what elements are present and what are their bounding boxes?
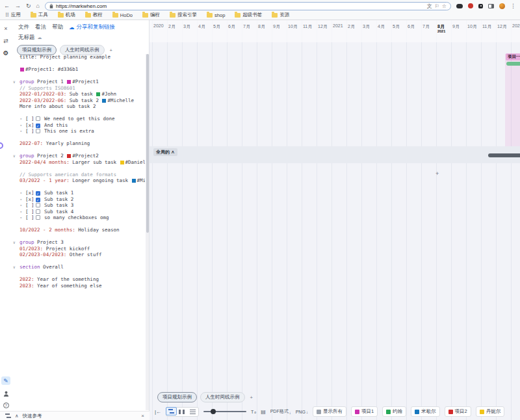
bookmark-item[interactable]: 搜索引擎 — [170, 12, 197, 18]
side-panel-icon[interactable] — [488, 4, 494, 8]
browser-menu-icon[interactable]: ⋮ — [510, 2, 516, 10]
code-editor[interactable]: title: Project planning example#Project1… — [12, 54, 145, 410]
extension-icon-3[interactable] — [478, 4, 483, 8]
code-checkbox[interactable] — [36, 209, 40, 214]
code-checkbox[interactable]: ✓ — [36, 198, 40, 202]
menu-view[interactable]: 看法 — [35, 23, 46, 31]
bookmark-item[interactable]: 超级书签 — [235, 12, 262, 18]
bookmark-item[interactable]: HoDo — [112, 12, 133, 18]
overall-section-label[interactable]: 全局的 ∧ — [153, 148, 177, 156]
list-icon — [190, 410, 196, 414]
legend-chip[interactable]: 米歇尔 — [411, 406, 440, 417]
quick-reference-bar[interactable]: ∧ 快速参考 × — [0, 411, 150, 420]
bookmark-item[interactable]: 资源 — [272, 12, 289, 18]
bookmark-item[interactable]: 工具 — [31, 12, 48, 18]
edit-mode-button[interactable]: ✎ — [1, 376, 10, 385]
code-line: 02/2023-04/2023: Other stuff — [12, 252, 145, 258]
view-timeline-button[interactable] — [166, 407, 177, 415]
month-tick: 9月 — [452, 23, 460, 30]
drag-handle[interactable] — [0, 142, 3, 149]
swap-panels-icon[interactable]: ⇄ — [3, 38, 8, 44]
address-bar[interactable]: https://markwhen.com 文 ⚐ ☆ — [45, 2, 451, 10]
code-line: 2023: Year of something else — [12, 283, 145, 289]
bookmark-item[interactable]: 教程 — [85, 12, 103, 18]
overall-event-bar[interactable] — [488, 153, 520, 157]
share-link-button[interactable]: ☁ 分享和复制链接 — [69, 23, 115, 31]
code-checkbox[interactable] — [36, 215, 40, 220]
share-page-icon[interactable]: ⚐ — [435, 3, 439, 9]
home-icon[interactable]: ⌂ — [36, 2, 40, 10]
legend-chip[interactable]: 丹妮尔 — [476, 406, 505, 417]
document-title-row: 无标题 ☁ — [12, 31, 149, 42]
profile-icon[interactable] — [3, 391, 9, 397]
zoom-slider-knob[interactable] — [211, 409, 216, 414]
fold-caret-icon[interactable]: ∨ — [13, 153, 16, 159]
timeline-pane[interactable]: 20202月3月4月5月6月7月8月9月10月11月12月20212月3月4月5… — [150, 20, 520, 420]
legend-chip[interactable]: 约翰 — [382, 406, 406, 417]
reload-icon[interactable]: ↻ — [26, 2, 31, 10]
url-text[interactable]: https://markwhen.com — [56, 3, 424, 9]
bookmark-star-icon[interactable]: ☆ — [442, 3, 447, 9]
new-tab-button[interactable]: + — [108, 46, 114, 55]
editor-tab-row: 项目规划示例 人生时间线示例 + — [12, 42, 149, 55]
quick-ref-close-icon[interactable]: × — [141, 413, 144, 419]
help-icon[interactable]: ? — [3, 402, 9, 408]
code-line: 03/2022 - 1 year: Longer ongoing task #M… — [12, 177, 145, 184]
profile-avatar[interactable] — [499, 3, 505, 9]
folder-icon — [85, 13, 91, 18]
density-icon[interactable]: ▤ — [261, 409, 266, 415]
legend-color-square — [415, 410, 419, 414]
back-icon[interactable]: ← — [4, 2, 10, 10]
menu-file[interactable]: 文件 — [18, 23, 29, 31]
folder-icon — [112, 13, 118, 18]
download-png-button[interactable]: PNG↓ — [296, 410, 308, 414]
download-pdf-button[interactable]: PDF格式↓ — [270, 408, 291, 415]
timeline-tab-life-timeline[interactable]: 人生时间线示例 — [200, 392, 245, 402]
pencil-icon: ✎ — [3, 378, 8, 384]
zoom-slider[interactable] — [203, 411, 246, 412]
code-line — [12, 221, 145, 228]
timeline-toolbar: |← To ▤ PDF格式↓ PNG↓ 显示所有 项目1约翰米歇尔项目2丹妮尔 — [155, 406, 517, 417]
text-size-button[interactable]: To — [251, 410, 256, 414]
bookmark-item[interactable]: 编程 — [142, 12, 160, 18]
month-tick: 6月 — [408, 23, 415, 30]
code-checkbox[interactable] — [36, 116, 40, 121]
code-checkbox[interactable]: ✓ — [36, 191, 40, 196]
show-all-button[interactable]: 显示所有 — [313, 406, 346, 417]
legend-color-square — [355, 410, 359, 414]
browser-chrome: ← → ↻ ⌂ https://markwhen.com 文 ⚐ ☆ ⋮ ⠿应用… — [0, 0, 520, 20]
timeline-tab-project-planning[interactable]: 项目规划示例 — [157, 392, 197, 402]
gear-icon[interactable]: ⚙ — [3, 50, 9, 57]
code-checkbox[interactable] — [36, 203, 40, 207]
editor-scrollbar[interactable] — [146, 54, 149, 410]
fold-caret-icon[interactable]: ∨ — [13, 264, 16, 270]
code-checkbox[interactable]: ✓ — [36, 124, 40, 128]
view-list-button[interactable] — [187, 408, 198, 416]
code-line: - [ ] Sub task 3 — [12, 202, 145, 209]
legend-chip[interactable]: 项目2 — [445, 406, 471, 417]
fold-caret-icon[interactable]: ∨ — [13, 239, 16, 246]
legend-color-square — [448, 410, 453, 414]
bookmark-item[interactable]: ⠿应用 — [5, 12, 21, 18]
fold-caret-icon[interactable]: ∨ — [13, 79, 16, 85]
editor-scrollbar-thumb[interactable] — [146, 54, 149, 233]
extension-icon-2[interactable] — [468, 3, 473, 8]
bookmark-item[interactable]: 机场 — [58, 12, 75, 18]
code-checkbox[interactable] — [36, 129, 40, 133]
forward-icon[interactable]: → — [15, 2, 21, 10]
extension-icon-1[interactable] — [456, 4, 463, 8]
legend-chip[interactable]: 项目1 — [351, 406, 378, 417]
collapse-sidebar-icon[interactable]: |← — [155, 409, 161, 415]
bookmark-item[interactable]: shop — [207, 12, 225, 18]
view-columns-button[interactable] — [176, 408, 187, 416]
markwhen-app: × ⇄ ⚙ ✎ ? 文件 看法 帮助 ☁ 分享和复制链接 无标题 ☁ 项目规划示… — [0, 20, 520, 420]
menu-help[interactable]: 帮助 — [52, 23, 63, 31]
left-icon-strip: × ⇄ ⚙ ✎ ? — [0, 20, 12, 420]
timeline-new-tab-button[interactable]: + — [248, 393, 255, 402]
project1-group-label[interactable]: 项目一 — [506, 53, 520, 60]
overall-section-band — [150, 146, 520, 163]
close-panel-icon[interactable]: × — [4, 25, 7, 32]
document-title[interactable]: 无标题 — [18, 34, 35, 42]
project1-event-bar[interactable] — [506, 62, 520, 66]
translate-icon[interactable]: 文 — [427, 3, 432, 10]
